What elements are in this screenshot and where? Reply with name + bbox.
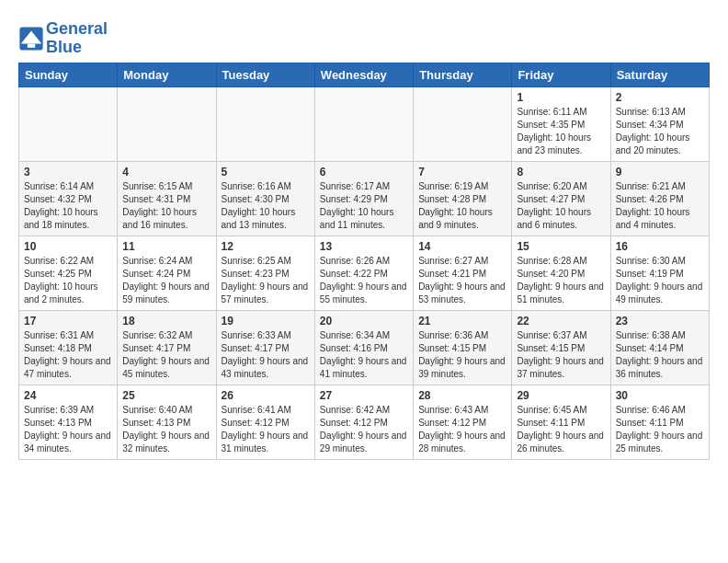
calendar-cell: 8Sunrise: 6:20 AM Sunset: 4:27 PM Daylig… (512, 161, 610, 236)
day-info: Sunrise: 6:24 AM Sunset: 4:24 PM Dayligh… (122, 255, 210, 306)
weekday-header-row: SundayMondayTuesdayWednesdayThursdayFrid… (19, 63, 710, 86)
day-number: 17 (24, 315, 112, 327)
day-number: 2 (616, 91, 704, 104)
logo-icon (18, 26, 44, 52)
day-number: 27 (320, 389, 408, 402)
calendar-cell (118, 86, 216, 161)
svg-rect-2 (28, 43, 35, 47)
day-number: 16 (616, 240, 704, 253)
day-number: 21 (418, 315, 506, 327)
calendar-cell: 16Sunrise: 6:30 AM Sunset: 4:19 PM Dayli… (610, 236, 709, 310)
calendar-cell: 10Sunrise: 6:22 AM Sunset: 4:25 PM Dayli… (19, 236, 118, 310)
day-number: 7 (418, 166, 506, 178)
calendar-cell: 25Sunrise: 6:40 AM Sunset: 4:13 PM Dayli… (118, 385, 216, 459)
calendar-body: 1Sunrise: 6:11 AM Sunset: 4:35 PM Daylig… (19, 86, 710, 459)
weekday-tuesday: Tuesday (216, 63, 314, 86)
calendar-cell (314, 86, 413, 161)
day-number: 3 (24, 166, 112, 178)
calendar-cell: 30Sunrise: 6:46 AM Sunset: 4:11 PM Dayli… (610, 385, 709, 459)
calendar-cell: 26Sunrise: 6:41 AM Sunset: 4:12 PM Dayli… (216, 385, 314, 459)
day-number: 11 (122, 240, 210, 253)
day-number: 28 (418, 389, 506, 402)
calendar-cell: 6Sunrise: 6:17 AM Sunset: 4:29 PM Daylig… (314, 161, 413, 236)
calendar-cell: 5Sunrise: 6:16 AM Sunset: 4:30 PM Daylig… (216, 161, 314, 236)
day-number: 13 (320, 240, 408, 253)
calendar-cell: 7Sunrise: 6:19 AM Sunset: 4:28 PM Daylig… (414, 161, 512, 236)
calendar-cell: 23Sunrise: 6:38 AM Sunset: 4:14 PM Dayli… (610, 310, 709, 385)
day-number: 30 (616, 389, 704, 402)
day-info: Sunrise: 6:46 AM Sunset: 4:11 PM Dayligh… (616, 404, 704, 455)
calendar-cell: 15Sunrise: 6:28 AM Sunset: 4:20 PM Dayli… (512, 236, 610, 310)
week-row-4: 17Sunrise: 6:31 AM Sunset: 4:18 PM Dayli… (19, 310, 710, 385)
day-number: 23 (616, 315, 704, 327)
header: General Blue (18, 17, 710, 57)
weekday-wednesday: Wednesday (314, 63, 413, 86)
day-number: 15 (517, 240, 605, 253)
day-info: Sunrise: 6:38 AM Sunset: 4:14 PM Dayligh… (616, 329, 704, 381)
day-info: Sunrise: 6:14 AM Sunset: 4:32 PM Dayligh… (24, 180, 112, 232)
day-info: Sunrise: 6:30 AM Sunset: 4:19 PM Dayligh… (616, 255, 704, 306)
day-number: 19 (222, 315, 310, 327)
day-number: 8 (517, 166, 605, 178)
calendar-cell: 1Sunrise: 6:11 AM Sunset: 4:35 PM Daylig… (512, 86, 610, 161)
week-row-3: 10Sunrise: 6:22 AM Sunset: 4:25 PM Dayli… (19, 236, 710, 310)
calendar-cell: 17Sunrise: 6:31 AM Sunset: 4:18 PM Dayli… (19, 310, 118, 385)
day-number: 6 (320, 166, 408, 178)
week-row-1: 1Sunrise: 6:11 AM Sunset: 4:35 PM Daylig… (19, 86, 710, 161)
calendar-cell: 12Sunrise: 6:25 AM Sunset: 4:23 PM Dayli… (216, 236, 314, 310)
day-info: Sunrise: 6:40 AM Sunset: 4:13 PM Dayligh… (122, 404, 210, 455)
calendar-cell: 2Sunrise: 6:13 AM Sunset: 4:34 PM Daylig… (610, 86, 709, 161)
day-info: Sunrise: 6:32 AM Sunset: 4:17 PM Dayligh… (122, 329, 210, 381)
day-number: 29 (517, 389, 605, 402)
calendar-cell: 29Sunrise: 6:45 AM Sunset: 4:11 PM Dayli… (512, 385, 610, 459)
calendar-cell: 9Sunrise: 6:21 AM Sunset: 4:26 PM Daylig… (610, 161, 709, 236)
day-info: Sunrise: 6:34 AM Sunset: 4:16 PM Dayligh… (320, 329, 408, 381)
calendar-cell: 20Sunrise: 6:34 AM Sunset: 4:16 PM Dayli… (314, 310, 413, 385)
day-number: 18 (122, 315, 210, 327)
weekday-thursday: Thursday (414, 63, 512, 86)
day-info: Sunrise: 6:11 AM Sunset: 4:35 PM Dayligh… (517, 106, 605, 157)
logo-text-line2: Blue (46, 39, 108, 57)
day-number: 25 (122, 389, 210, 402)
page: General Blue SundayMondayTuesdayWednesda… (0, 0, 728, 473)
day-number: 26 (222, 389, 310, 402)
calendar-cell: 11Sunrise: 6:24 AM Sunset: 4:24 PM Dayli… (118, 236, 216, 310)
week-row-5: 24Sunrise: 6:39 AM Sunset: 4:13 PM Dayli… (19, 385, 710, 459)
day-info: Sunrise: 6:36 AM Sunset: 4:15 PM Dayligh… (418, 329, 506, 381)
calendar-cell (414, 86, 512, 161)
day-info: Sunrise: 6:22 AM Sunset: 4:25 PM Dayligh… (24, 255, 112, 306)
calendar-cell: 4Sunrise: 6:15 AM Sunset: 4:31 PM Daylig… (118, 161, 216, 236)
weekday-monday: Monday (118, 63, 216, 86)
day-info: Sunrise: 6:25 AM Sunset: 4:23 PM Dayligh… (222, 255, 310, 306)
day-number: 24 (24, 389, 112, 402)
day-info: Sunrise: 6:39 AM Sunset: 4:13 PM Dayligh… (24, 404, 112, 455)
day-number: 9 (616, 166, 704, 178)
day-info: Sunrise: 6:28 AM Sunset: 4:20 PM Dayligh… (517, 255, 605, 306)
day-number: 12 (222, 240, 310, 253)
day-info: Sunrise: 6:31 AM Sunset: 4:18 PM Dayligh… (24, 329, 112, 381)
calendar-cell: 18Sunrise: 6:32 AM Sunset: 4:17 PM Dayli… (118, 310, 216, 385)
weekday-saturday: Saturday (610, 63, 709, 86)
day-info: Sunrise: 6:42 AM Sunset: 4:12 PM Dayligh… (320, 404, 408, 455)
calendar-cell (19, 86, 118, 161)
calendar-table: SundayMondayTuesdayWednesdayThursdayFrid… (18, 63, 710, 460)
weekday-sunday: Sunday (19, 63, 118, 86)
day-number: 22 (517, 315, 605, 327)
weekday-friday: Friday (512, 63, 610, 86)
day-info: Sunrise: 6:20 AM Sunset: 4:27 PM Dayligh… (517, 180, 605, 232)
day-info: Sunrise: 6:21 AM Sunset: 4:26 PM Dayligh… (616, 180, 704, 232)
calendar-cell: 22Sunrise: 6:37 AM Sunset: 4:15 PM Dayli… (512, 310, 610, 385)
day-number: 10 (24, 240, 112, 253)
day-info: Sunrise: 6:27 AM Sunset: 4:21 PM Dayligh… (418, 255, 506, 306)
calendar-cell (216, 86, 314, 161)
day-info: Sunrise: 6:13 AM Sunset: 4:34 PM Dayligh… (616, 106, 704, 157)
day-info: Sunrise: 6:16 AM Sunset: 4:30 PM Dayligh… (222, 180, 310, 232)
calendar-cell: 14Sunrise: 6:27 AM Sunset: 4:21 PM Dayli… (414, 236, 512, 310)
day-info: Sunrise: 6:19 AM Sunset: 4:28 PM Dayligh… (418, 180, 506, 232)
logo: General Blue (18, 20, 108, 57)
calendar-cell: 27Sunrise: 6:42 AM Sunset: 4:12 PM Dayli… (314, 385, 413, 459)
calendar-cell: 13Sunrise: 6:26 AM Sunset: 4:22 PM Dayli… (314, 236, 413, 310)
calendar-cell: 19Sunrise: 6:33 AM Sunset: 4:17 PM Dayli… (216, 310, 314, 385)
week-row-2: 3Sunrise: 6:14 AM Sunset: 4:32 PM Daylig… (19, 161, 710, 236)
day-number: 5 (222, 166, 310, 178)
